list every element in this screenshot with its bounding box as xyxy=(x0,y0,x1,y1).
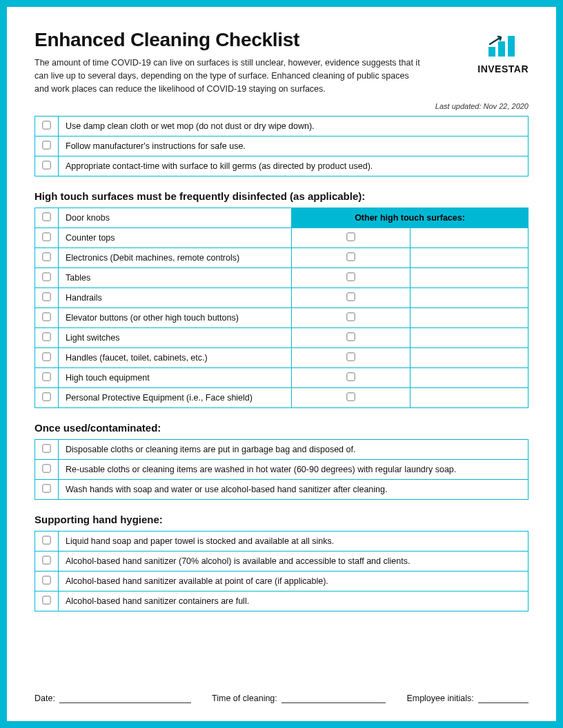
checkbox[interactable] xyxy=(346,333,355,341)
table-row: High touch equipment xyxy=(35,368,529,388)
checkbox-cell xyxy=(35,480,59,500)
checkbox[interactable] xyxy=(346,233,355,241)
intro-text: The amount of time COVID-19 can live on … xyxy=(34,57,421,95)
checkbox[interactable] xyxy=(42,233,50,241)
checkbox-cell xyxy=(292,328,411,348)
checkbox-cell xyxy=(292,288,411,308)
checkbox[interactable] xyxy=(346,373,355,381)
item-text: Alcohol-based hand sanitizer containers … xyxy=(59,592,529,611)
checkbox[interactable] xyxy=(42,161,50,170)
brand-name: INVESTAR xyxy=(477,63,529,74)
section-high-touch: High touch surfaces must be frequently d… xyxy=(34,190,529,408)
table-row: Electronics (Debit machines, remote cont… xyxy=(35,248,529,268)
table-row: Follow manufacturer's instructions for s… xyxy=(35,136,529,156)
checkbox-cell xyxy=(292,308,411,328)
checkbox-cell xyxy=(35,328,59,348)
item-text: Alcohol-based hand sanitizer (70% alcoho… xyxy=(59,552,529,572)
item-text: Counter tops xyxy=(59,228,292,248)
section-hand-hygiene: Supporting hand hygiene: Liquid hand soa… xyxy=(34,514,529,611)
checkbox-cell xyxy=(35,308,59,328)
blank-cell[interactable] xyxy=(410,348,529,368)
section-heading: High touch surfaces must be frequently d… xyxy=(34,190,529,202)
checkbox-cell xyxy=(35,156,59,176)
checkbox[interactable] xyxy=(42,373,50,381)
date-line[interactable] xyxy=(59,694,191,703)
checkbox[interactable] xyxy=(346,253,355,261)
checkbox-cell xyxy=(35,248,59,268)
checkbox[interactable] xyxy=(42,253,50,261)
item-text: Use damp clean cloth or wet mop (do not … xyxy=(59,117,529,136)
checkbox-cell xyxy=(292,348,411,368)
checkbox[interactable] xyxy=(42,596,50,605)
item-text: Alcohol-based hand sanitizer available a… xyxy=(59,572,529,592)
checkbox[interactable] xyxy=(42,273,50,281)
checkbox[interactable] xyxy=(42,445,50,453)
checkbox[interactable] xyxy=(42,121,50,130)
checkbox-cell xyxy=(35,592,59,611)
checkbox[interactable] xyxy=(42,141,50,150)
section-general: Use damp clean cloth or wet mop (do not … xyxy=(34,116,529,176)
blank-cell[interactable] xyxy=(410,248,529,268)
item-text: Re-usable cloths or cleaning items are w… xyxy=(59,460,529,480)
checkbox[interactable] xyxy=(346,273,355,281)
checkbox-cell xyxy=(35,228,59,248)
blank-cell[interactable] xyxy=(410,388,529,408)
checklist-high-touch: Door knobsOther high touch surfaces:Coun… xyxy=(34,208,529,408)
checkbox-cell xyxy=(35,136,59,156)
table-row: Alcohol-based hand sanitizer containers … xyxy=(35,592,529,611)
time-label: Time of cleaning: xyxy=(212,694,277,703)
checkbox[interactable] xyxy=(42,313,50,321)
checkbox-cell xyxy=(35,460,59,480)
checkbox-cell xyxy=(35,552,59,572)
checkbox[interactable] xyxy=(346,353,355,361)
checkbox-cell xyxy=(35,440,59,460)
bar-chart-icon xyxy=(484,32,522,59)
date-field[interactable]: Date: xyxy=(34,694,191,703)
blank-cell[interactable] xyxy=(410,288,529,308)
blank-cell[interactable] xyxy=(410,308,529,328)
table-row: Personal Protective Equipment (i.e., Fac… xyxy=(35,388,529,408)
initials-field[interactable]: Employee initials: xyxy=(406,694,529,703)
signature-footer: Date: Time of cleaning: Employee initial… xyxy=(34,694,529,703)
checkbox-cell xyxy=(35,268,59,288)
checkbox[interactable] xyxy=(346,393,355,401)
checkbox[interactable] xyxy=(42,213,50,221)
checklist-once-used: Disposable cloths or cleaning items are … xyxy=(34,439,529,500)
checkbox-cell xyxy=(35,348,59,368)
time-line[interactable] xyxy=(282,694,386,703)
blank-cell[interactable] xyxy=(410,228,529,248)
checkbox[interactable] xyxy=(42,353,50,361)
initials-line[interactable] xyxy=(478,694,529,703)
checkbox[interactable] xyxy=(42,536,50,545)
item-text: Tables xyxy=(59,268,292,288)
blank-cell[interactable] xyxy=(410,368,529,388)
checkbox-cell xyxy=(292,268,411,288)
table-row: Liquid hand soap and paper towel is stoc… xyxy=(35,532,529,552)
initials-label: Employee initials: xyxy=(406,694,473,703)
item-text: Handles (faucet, toilet, cabinets, etc.) xyxy=(59,348,292,368)
table-row: Use damp clean cloth or wet mop (do not … xyxy=(35,117,529,136)
checkbox[interactable] xyxy=(346,293,355,301)
table-row: Handrails xyxy=(35,288,529,308)
checkbox[interactable] xyxy=(42,485,50,493)
checklist-hand-hygiene: Liquid hand soap and paper towel is stoc… xyxy=(34,531,529,611)
section-heading: Supporting hand hygiene: xyxy=(34,514,529,525)
checkbox[interactable] xyxy=(42,576,50,585)
table-row: Alcohol-based hand sanitizer available a… xyxy=(35,572,529,592)
checkbox[interactable] xyxy=(42,333,50,341)
checkbox[interactable] xyxy=(42,556,50,565)
table-row: Disposable cloths or cleaning items are … xyxy=(35,440,529,460)
section-heading: Once used/contaminated: xyxy=(34,422,529,434)
item-text: Liquid hand soap and paper towel is stoc… xyxy=(59,532,529,552)
checkbox[interactable] xyxy=(42,293,50,301)
checkbox[interactable] xyxy=(42,393,50,401)
svg-rect-2 xyxy=(508,36,515,57)
checkbox-cell xyxy=(35,532,59,552)
time-field[interactable]: Time of cleaning: xyxy=(212,694,386,703)
table-row: Tables xyxy=(35,268,529,288)
blank-cell[interactable] xyxy=(410,268,529,288)
blank-cell[interactable] xyxy=(410,328,529,348)
checkbox-cell xyxy=(35,368,59,388)
checkbox[interactable] xyxy=(42,465,50,473)
checkbox[interactable] xyxy=(346,313,355,321)
